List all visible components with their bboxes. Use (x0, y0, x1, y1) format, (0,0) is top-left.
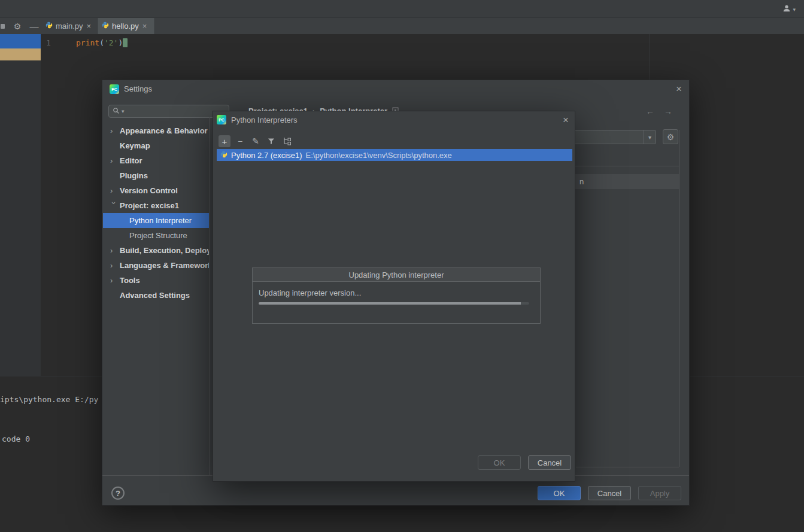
interpreter-name: Python 2.7 (excise1) (231, 151, 302, 160)
search-icon (113, 107, 120, 116)
tab-label: main.py (56, 22, 83, 31)
tab-main-py[interactable]: main.py × (41, 18, 98, 34)
user-icon (782, 4, 791, 14)
sidebar-item-version-control[interactable]: ›Version Control (103, 183, 209, 198)
interpreter-path: E:\python\excise1\venv\Scripts\python.ex… (306, 151, 452, 160)
tree-item-label: Version Control (120, 186, 178, 195)
settings-tree: ›Appearance & Behavior Keymap ›Editor Pl… (103, 123, 209, 303)
dialog-titlebar: PC Settings × (102, 80, 689, 98)
python-icon (102, 22, 109, 31)
text-caret (123, 38, 128, 47)
editor-tab-bar: ⚙ — main.py × hello.py × (0, 18, 804, 34)
chevron-right-icon[interactable]: › (110, 246, 120, 255)
tab-hello-py[interactable]: hello.py × (98, 18, 155, 34)
tree-item-label: Keymap (120, 141, 150, 150)
tree-item-label: Plugins (120, 171, 148, 180)
add-button[interactable]: + (219, 135, 230, 147)
apply-button[interactable]: Apply (638, 486, 681, 500)
chevron-right-icon[interactable]: › (110, 261, 120, 270)
edit-button[interactable]: ✎ (250, 135, 262, 147)
partial-text: n (580, 174, 584, 189)
sidebar-item-python-interpreter[interactable]: Python Interpreter (103, 213, 209, 228)
console-output-line: ipts\python.exe E:/py (0, 395, 98, 404)
filter-button[interactable] (265, 135, 277, 147)
history-nav: ← → (646, 107, 672, 116)
python-icon (220, 151, 227, 160)
chevron-down-icon[interactable]: ▾ (644, 130, 656, 144)
back-icon[interactable]: ← (646, 107, 654, 116)
sidebar-item-editor[interactable]: ›Editor (103, 153, 209, 168)
tree-item-label: Editor (120, 156, 142, 165)
panel-divider (209, 117, 210, 475)
ok-button[interactable]: OK (478, 455, 521, 470)
close-icon[interactable]: × (676, 83, 682, 95)
code-string: '2' (104, 38, 118, 47)
python-icon (45, 22, 53, 31)
sidebar-item-keymap[interactable]: Keymap (103, 138, 209, 153)
tree-item-label: Appearance & Behavior (120, 126, 208, 135)
forward-icon[interactable]: → (664, 107, 672, 116)
settings-search-input[interactable]: ▾ (108, 105, 229, 118)
user-menu-button[interactable]: ▾ (782, 4, 796, 14)
logo-text: PC (111, 87, 117, 92)
ok-button[interactable]: OK (538, 486, 581, 500)
main-toolbar: ▾ (0, 0, 804, 18)
chevron-right-icon[interactable]: › (110, 276, 120, 285)
python-interpreters-dialog: PC Python Interpreters × + − ✎ Python 2.… (213, 111, 575, 482)
interpreter-toolbar: + − ✎ (213, 133, 575, 149)
interpreter-list-item[interactable]: Python 2.7 (excise1) E:\python\excise1\v… (217, 149, 572, 161)
console-output-line: code 0 (2, 434, 30, 443)
partial-icon (1, 24, 5, 29)
chevron-right-icon[interactable]: › (110, 126, 120, 135)
tab-label: hello.py (112, 22, 139, 31)
cancel-button[interactable]: Cancel (528, 455, 571, 470)
chevron-down-icon: ▾ (793, 7, 796, 13)
selected-item-highlight[interactable] (0, 34, 41, 48)
pycharm-logo-icon: PC (110, 84, 119, 94)
chevron-right-icon[interactable]: › (110, 186, 120, 195)
code-keyword: print (76, 38, 99, 47)
close-icon[interactable]: × (87, 22, 92, 31)
progress-panel: Updating Python interpreter Updating int… (252, 267, 541, 324)
sidebar-item-languages-frameworks[interactable]: ›Languages & Frameworks (103, 258, 209, 273)
panel-border (576, 467, 679, 467)
close-icon[interactable]: × (563, 114, 569, 126)
sidebar-item-tools[interactable]: ›Tools (103, 273, 209, 288)
progress-title: Updating Python interpreter (253, 268, 540, 282)
tree-item-label: Project: excise1 (120, 201, 179, 210)
tree-item-label: Python Interpreter (129, 216, 192, 225)
help-button[interactable]: ? (111, 487, 125, 500)
dialog-title: Settings (124, 80, 152, 98)
chevron-down-icon[interactable]: › (110, 202, 119, 211)
gear-icon[interactable]: ⚙ (11, 18, 24, 34)
dialog-title: Python Interpreters (231, 111, 298, 129)
sidebar-item-project-excise1[interactable]: ›Project: excise1 (103, 198, 209, 213)
sidebar-item-appearance-behavior[interactable]: ›Appearance & Behavior (103, 123, 209, 138)
cancel-button[interactable]: Cancel (588, 486, 631, 500)
remove-button[interactable]: − (234, 135, 246, 147)
project-panel-edge (0, 34, 41, 376)
tree-item-label: Advanced Settings (120, 291, 190, 300)
gear-icon[interactable]: ⚙ (663, 129, 678, 144)
tree-item-label: Tools (120, 276, 140, 285)
code-line: print('2') (76, 38, 128, 47)
logo-text: PC (219, 118, 224, 122)
code-paren: ( (99, 38, 104, 47)
pycharm-logo-icon: PC (217, 115, 226, 124)
sidebar-item-build-execution-deployment[interactable]: ›Build, Execution, Deployment (103, 243, 209, 258)
panel-border (679, 130, 679, 467)
pycharm-window: ▾ ⚙ — main.py × hello.py × 1 print('2') (0, 0, 804, 532)
dialog-titlebar: PC Python Interpreters × (213, 111, 575, 129)
chevron-right-icon[interactable]: › (110, 156, 120, 165)
sidebar-item-plugins[interactable]: Plugins (103, 168, 209, 183)
progress-fill (259, 302, 521, 305)
tree-item-label: Languages & Frameworks (120, 261, 209, 270)
sidebar-item-project-structure[interactable]: Project Structure (103, 228, 209, 243)
show-paths-button[interactable] (281, 135, 293, 147)
close-icon[interactable]: × (142, 22, 147, 31)
code-paren: ) (118, 38, 123, 47)
progress-bar (259, 302, 529, 305)
minimize-icon[interactable]: — (28, 18, 41, 34)
sidebar-item-advanced-settings[interactable]: Advanced Settings (103, 288, 209, 303)
progress-message: Updating interpreter version... (259, 288, 361, 297)
